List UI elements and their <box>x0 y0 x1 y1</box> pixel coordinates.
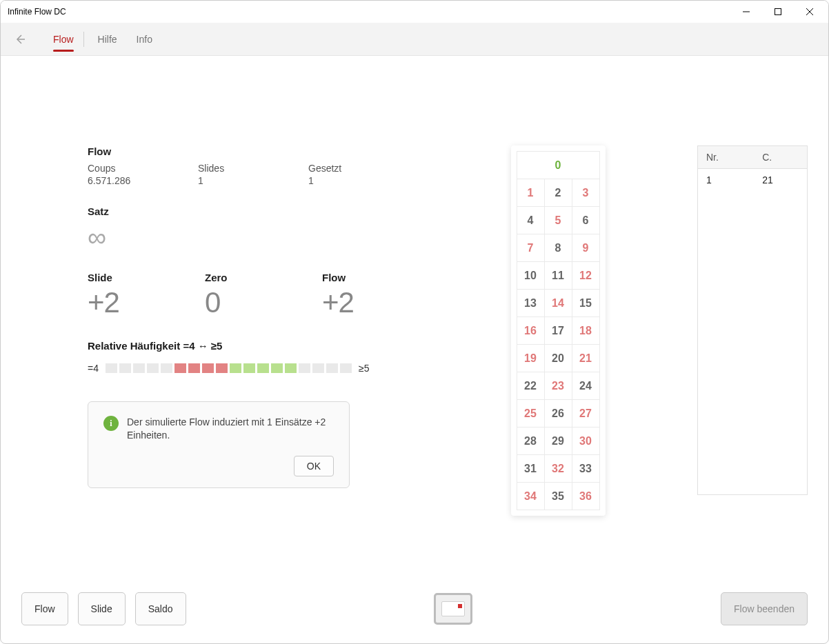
close-button[interactable] <box>794 1 826 23</box>
metric-slide-value: +2 <box>88 286 177 319</box>
board-cell-19[interactable]: 19 <box>517 345 544 372</box>
board-cell-14[interactable]: 14 <box>544 290 572 317</box>
board-cell-13[interactable]: 13 <box>517 290 544 317</box>
board-cell-34[interactable]: 34 <box>517 483 544 510</box>
board-cell-31[interactable]: 31 <box>517 455 544 483</box>
metric-flow-label: Flow <box>322 272 412 283</box>
board-cell-18[interactable]: 18 <box>572 317 599 345</box>
board-cell-3[interactable]: 3 <box>572 179 599 207</box>
board-cell-25[interactable]: 25 <box>517 400 544 427</box>
board-cell-1[interactable]: 1 <box>517 179 544 207</box>
board-cell-22[interactable]: 22 <box>517 372 544 400</box>
history-table: Nr. C. 121 <box>697 145 808 495</box>
board-cell-0[interactable]: 0 <box>517 152 599 179</box>
board-cell-21[interactable]: 21 <box>572 345 599 372</box>
back-button[interactable] <box>13 32 27 46</box>
slides-label: Slides <box>198 163 281 174</box>
board-cell-10[interactable]: 10 <box>517 262 544 290</box>
board-cell-6[interactable]: 6 <box>572 207 599 234</box>
svg-rect-1 <box>775 9 781 15</box>
board-cell-29[interactable]: 29 <box>544 427 572 455</box>
dialog-text: Der simulierte Flow induziert mit 1 Eins… <box>127 416 334 442</box>
board-cell-27[interactable]: 27 <box>572 400 599 427</box>
nav-tab-info[interactable]: Info <box>127 23 162 56</box>
freq-cell <box>299 363 310 373</box>
freq-cell <box>340 363 352 373</box>
maximize-button[interactable] <box>762 1 794 23</box>
board-cell-23[interactable]: 23 <box>544 372 572 400</box>
freq-cell <box>312 363 324 373</box>
coups-label: Coups <box>88 163 170 174</box>
nav-tab-flow[interactable]: Flow <box>43 23 83 56</box>
info-dialog: i Der simulierte Flow induziert mit 1 Ei… <box>88 401 350 488</box>
back-arrow-icon <box>14 33 26 46</box>
info-icon: i <box>103 416 119 431</box>
slides-value: 1 <box>198 175 281 186</box>
minimize-button[interactable] <box>730 1 762 23</box>
metric-zero-value: 0 <box>205 286 294 319</box>
nav-divider <box>83 32 84 47</box>
record-button[interactable] <box>434 593 472 625</box>
freq-bar <box>106 363 352 373</box>
flow-end-button[interactable]: Flow beenden <box>721 592 808 625</box>
freq-cell <box>243 363 255 373</box>
record-dot-icon <box>458 604 462 608</box>
history-cell-nr: 1 <box>698 169 755 192</box>
board-cell-2[interactable]: 2 <box>544 179 572 207</box>
number-board: 0123456789101112131415161718192021222324… <box>517 151 600 510</box>
board-cell-36[interactable]: 36 <box>572 483 599 510</box>
freq-cell <box>230 363 241 373</box>
board-cell-28[interactable]: 28 <box>517 427 544 455</box>
freq-cell <box>202 363 214 373</box>
satz-section-title: Satz <box>88 205 419 217</box>
freq-right-label: ≥5 <box>359 363 369 374</box>
board-cell-33[interactable]: 33 <box>572 455 599 483</box>
freq-cell <box>188 363 200 373</box>
board-cell-26[interactable]: 26 <box>544 400 572 427</box>
history-col-c: C. <box>754 146 807 169</box>
freq-left-label: =4 <box>88 363 99 374</box>
board-cell-8[interactable]: 8 <box>544 234 572 262</box>
board-cell-30[interactable]: 30 <box>572 427 599 455</box>
board-cell-4[interactable]: 4 <box>517 207 544 234</box>
window-titlebar: Infinite Flow DC <box>1 1 828 23</box>
freq-cell <box>147 363 159 373</box>
minimize-icon <box>743 8 750 15</box>
board-cell-16[interactable]: 16 <box>517 317 544 345</box>
bottom-bar: Flow Slide Saldo Flow beenden <box>1 592 828 643</box>
dialog-ok-button[interactable]: OK <box>294 456 334 476</box>
number-board-panel: 0123456789101112131415161718192021222324… <box>511 145 606 516</box>
nav-tab-hilfe[interactable]: Hilfe <box>88 23 127 56</box>
freq-cell <box>271 363 283 373</box>
board-cell-20[interactable]: 20 <box>544 345 572 372</box>
freq-bar-row: =4 ≥5 <box>88 363 419 374</box>
bottom-saldo-button[interactable]: Saldo <box>135 592 186 625</box>
freq-cell <box>216 363 228 373</box>
board-cell-15[interactable]: 15 <box>572 290 599 317</box>
bottom-flow-button[interactable]: Flow <box>21 592 68 625</box>
left-panel: Flow Coups 6.571.286 Slides 1 Gesetzt 1 … <box>88 145 419 516</box>
window-title: Infinite Flow DC <box>8 7 730 17</box>
board-cell-32[interactable]: 32 <box>544 455 572 483</box>
record-icon <box>441 601 465 616</box>
board-cell-12[interactable]: 12 <box>572 262 599 290</box>
board-cell-35[interactable]: 35 <box>544 483 572 510</box>
metric-flow-value: +2 <box>322 286 412 319</box>
freq-cell <box>257 363 269 373</box>
gesetzt-value: 1 <box>308 175 391 186</box>
board-cell-5[interactable]: 5 <box>544 207 572 234</box>
history-cell-c: 21 <box>754 169 807 192</box>
freq-cell <box>133 363 145 373</box>
board-cell-11[interactable]: 11 <box>544 262 572 290</box>
maximize-icon <box>775 8 781 15</box>
board-cell-7[interactable]: 7 <box>517 234 544 262</box>
board-cell-24[interactable]: 24 <box>572 372 599 400</box>
board-cell-17[interactable]: 17 <box>544 317 572 345</box>
freq-cell <box>161 363 172 373</box>
board-cell-9[interactable]: 9 <box>572 234 599 262</box>
freq-cell <box>119 363 131 373</box>
freq-cell <box>326 363 338 373</box>
bottom-slide-button[interactable]: Slide <box>78 592 126 625</box>
nav-tabs: Flow Hilfe Info <box>43 23 162 56</box>
history-panel: Nr. C. 121 <box>697 145 808 516</box>
